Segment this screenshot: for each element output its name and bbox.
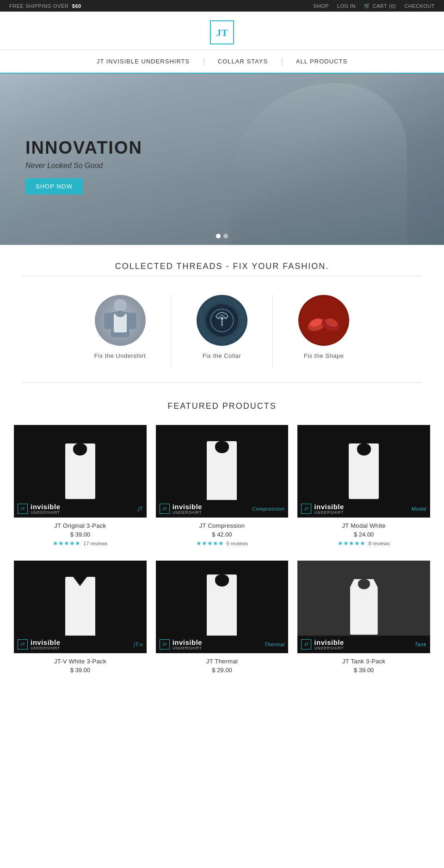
product-card-1[interactable]: JT invisible Undershirt jT JT Original 3… (9, 420, 151, 556)
top-bar: FREE SHIPPING OVER $60 SHOP LOG IN 🛒 CAR… (0, 0, 444, 12)
product-price-5: $ 29.00 (212, 667, 232, 674)
product-image-2: JT invisible Undershirt Compression (156, 425, 289, 518)
product-name-2: JT Compression (199, 522, 245, 529)
svg-rect-6 (128, 312, 136, 329)
nav-undershirts[interactable]: JT INVISIBLE UNDERSHIRTS (84, 58, 203, 65)
product-image-6: JT invisible Undershirt Tank (297, 561, 430, 653)
hero-content: INNOVATION Never Looked So Good SHOP NOW (0, 124, 142, 194)
undershirt-circle-img (95, 295, 146, 346)
checkout-link[interactable]: CHECKOUT (404, 3, 435, 9)
product-stars-1: ★★★★★17 reviews (53, 540, 108, 547)
product-card-2[interactable]: JT invisible Undershirt Compression JT C… (151, 420, 293, 556)
undershirt-label: Fix the Undershirt (94, 352, 146, 359)
login-link[interactable]: LOG IN (337, 3, 356, 9)
categories-section: Fix the Undershirt Fix the Collar (0, 290, 444, 382)
man-figure-icon (102, 297, 139, 343)
site-logo[interactable]: JT (210, 20, 234, 45)
shape-label: Fix the Shape (304, 352, 344, 359)
collar-icon (206, 304, 238, 337)
products-grid: JT invisible Undershirt jT JT Original 3… (0, 416, 444, 701)
cart-link[interactable]: 🛒 CART (0) (364, 3, 396, 9)
product-banner-2: JT invisible Undershirt Compression (156, 500, 289, 518)
product-card-5[interactable]: JT invisible Undershirt Thermal JT Therm… (151, 556, 293, 692)
product-price-4: $ 39.00 (70, 667, 90, 674)
product-name-4: JT-V White 3-Pack (54, 658, 106, 665)
cart-icon: 🛒 (364, 3, 371, 9)
product-banner-5: JT invisible Undershirt Thermal (156, 636, 289, 653)
product-name-5: JT Thermal (206, 658, 238, 665)
section-divider-1 (22, 276, 422, 276)
main-nav: JT INVISIBLE UNDERSHIRTS | COLLAR STAYS … (0, 50, 444, 74)
hero-section: INNOVATION Never Looked So Good SHOP NOW (0, 74, 444, 245)
hero-title: INNOVATION (25, 138, 142, 158)
svg-text:JT: JT (216, 27, 228, 38)
section-divider-2 (22, 382, 422, 383)
product-logo-5: JT (160, 639, 170, 649)
dot-1[interactable] (216, 234, 221, 238)
product-logo-4: JT (18, 639, 28, 649)
nav-all-products[interactable]: ALL PRODUCTS (283, 58, 360, 65)
svg-point-8 (116, 311, 125, 317)
product-banner-4: JT invisible Undershirt jT-v (14, 636, 147, 653)
product-image-5: JT invisible Undershirt Thermal (156, 561, 289, 653)
dot-2[interactable] (223, 234, 228, 238)
category-undershirt[interactable]: Fix the Undershirt (69, 295, 171, 368)
collar-circle-img (197, 295, 247, 346)
category-shape[interactable]: Fix the Shape (273, 295, 375, 368)
category-collar[interactable]: Fix the Collar (171, 295, 273, 368)
product-banner-1: JT invisible Undershirt jT (14, 500, 147, 518)
product-banner-6: JT invisible Undershirt Tank (297, 636, 430, 653)
product-image-1: JT invisible Undershirt jT (14, 425, 147, 518)
featured-title: FEATURED PRODUCTS (0, 397, 444, 416)
product-image-3: JT invisible Undershirt Modal (297, 425, 430, 518)
svg-point-11 (221, 318, 223, 320)
product-banner-3: JT invisible Undershirt Modal (297, 500, 430, 518)
product-price-3: $ 24.00 (354, 531, 374, 538)
product-logo-6: JT (301, 639, 311, 649)
shop-link[interactable]: SHOP (314, 3, 329, 9)
product-name-3: JT Modal White (342, 522, 386, 529)
product-name-1: JT Original 3-Pack (54, 522, 106, 529)
shoes-icon (303, 300, 345, 341)
product-stars-3: ★★★★★8 reviews (338, 540, 389, 547)
product-price-2: $ 42.00 (212, 531, 232, 538)
product-logo-2: JT (160, 504, 170, 514)
product-stars-2: ★★★★★6 reviews (196, 540, 248, 547)
collar-label: Fix the Collar (203, 352, 241, 359)
free-shipping-text: FREE SHIPPING OVER $60 (9, 3, 81, 9)
shape-circle-img (298, 295, 349, 346)
product-logo-1: JT (18, 504, 28, 514)
product-card-4[interactable]: JT invisible Undershirt jT-v JT-V White … (9, 556, 151, 692)
nav-collar-stays[interactable]: COLLAR STAYS (205, 58, 281, 65)
svg-rect-5 (104, 312, 112, 329)
collected-title: COLLECTED THREADS - FIX YOUR FASHION. (0, 245, 444, 276)
hero-dots (216, 234, 228, 238)
product-name-6: JT Tank 3-Pack (342, 658, 385, 665)
product-image-4: JT invisible Undershirt jT-v (14, 561, 147, 653)
product-price-1: $ 39.00 (70, 531, 90, 538)
logo-area: JT (0, 12, 444, 50)
svg-point-3 (114, 299, 127, 312)
product-card-3[interactable]: JT invisible Undershirt Modal JT Modal W… (293, 420, 435, 556)
product-logo-3: JT (301, 504, 311, 514)
product-price-6: $ 39.00 (354, 667, 374, 674)
shop-now-button[interactable]: SHOP NOW (25, 178, 83, 194)
product-card-6[interactable]: JT invisible Undershirt Tank JT Tank 3-P… (293, 556, 435, 692)
hero-subtitle: Never Looked So Good (25, 162, 142, 170)
